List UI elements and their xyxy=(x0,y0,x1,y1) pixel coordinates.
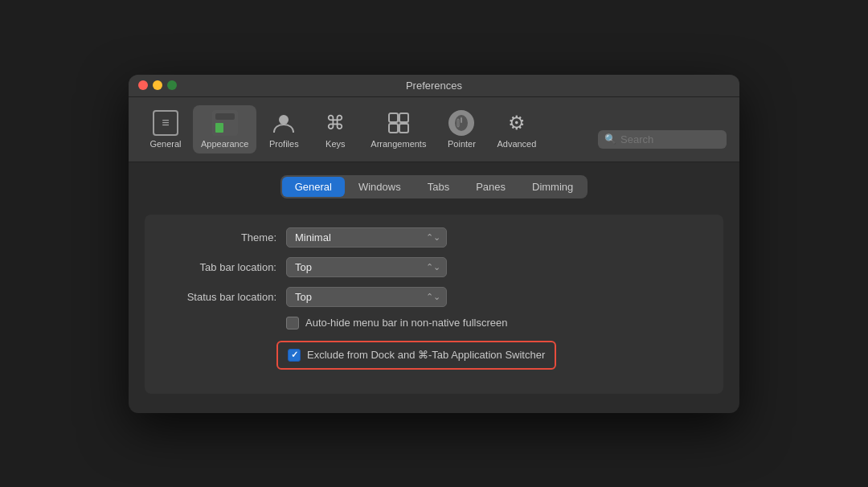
svg-rect-4 xyxy=(399,124,408,133)
window-title: Preferences xyxy=(406,80,462,92)
traffic-lights xyxy=(138,80,177,90)
tab-general[interactable]: General xyxy=(282,177,345,197)
title-bar: Preferences xyxy=(129,75,739,97)
tab-bar-row: Tab bar location: Top Bottom ⌃⌄ xyxy=(164,257,704,277)
search-icon: 🔍 xyxy=(604,133,616,145)
status-bar-row: Status bar location: Top Bottom ⌃⌄ xyxy=(164,287,704,307)
exclude-highlighted-box: Exclude from Dock and ⌘-Tab Application … xyxy=(276,341,556,370)
svg-point-0 xyxy=(279,115,289,125)
settings-area: Theme: Minimal Dark Light ⌃⌄ Tab bar loc… xyxy=(145,215,723,394)
content-area: General Windows Tabs Panes Dimming Theme… xyxy=(129,162,739,413)
toolbar-label-pointer: Pointer xyxy=(448,139,476,149)
theme-row: Theme: Minimal Dark Light ⌃⌄ xyxy=(164,227,704,248)
toolbar-item-keys[interactable]: ⌘ Keys xyxy=(311,105,359,153)
appearance-icon xyxy=(212,110,238,136)
theme-select-wrapper: Minimal Dark Light ⌃⌄ xyxy=(286,227,447,248)
tab-panes[interactable]: Panes xyxy=(463,177,518,197)
autohide-checkbox[interactable] xyxy=(286,317,299,329)
general-icon xyxy=(153,110,178,136)
toolbar-label-advanced: Advanced xyxy=(497,139,536,149)
toolbar-items: General Appearance Profiles xyxy=(141,105,595,153)
exclude-row: Exclude from Dock and ⌘-Tab Application … xyxy=(164,338,704,370)
svg-rect-3 xyxy=(389,124,398,133)
tab-windows[interactable]: Windows xyxy=(346,177,414,197)
status-bar-select-wrapper: Top Bottom ⌃⌄ xyxy=(286,287,447,307)
toolbar-label-profiles: Profiles xyxy=(269,139,299,149)
arrangements-icon xyxy=(386,110,411,136)
pointer-icon xyxy=(448,110,474,136)
svg-rect-2 xyxy=(399,113,408,122)
keys-icon: ⌘ xyxy=(322,110,348,136)
maximize-button[interactable] xyxy=(167,80,177,90)
subtab-bar: General Windows Tabs Panes Dimming xyxy=(280,175,588,198)
toolbar-label-arrangements: Arrangements xyxy=(371,139,426,149)
toolbar-label-appearance: Appearance xyxy=(201,139,248,149)
toolbar-item-pointer[interactable]: Pointer xyxy=(437,105,485,153)
toolbar-item-appearance[interactable]: Appearance xyxy=(193,105,256,153)
preferences-window: Preferences General Appearance xyxy=(129,75,739,413)
profiles-icon xyxy=(271,110,297,136)
search-box[interactable]: 🔍 xyxy=(598,130,727,149)
autohide-label: Auto-hide menu bar in non-native fullscr… xyxy=(305,317,507,329)
minimize-button[interactable] xyxy=(153,80,162,90)
toolbar-item-general[interactable]: General xyxy=(141,105,190,153)
status-bar-label: Status bar location: xyxy=(164,291,276,303)
tab-bar-select[interactable]: Top Bottom xyxy=(286,257,447,277)
exclude-checkbox[interactable] xyxy=(288,349,301,362)
autohide-row: Auto-hide menu bar in non-native fullscr… xyxy=(164,317,704,329)
tab-tabs[interactable]: Tabs xyxy=(415,177,462,197)
svg-rect-1 xyxy=(389,113,398,122)
theme-select[interactable]: Minimal Dark Light xyxy=(286,227,447,248)
exclude-label: Exclude from Dock and ⌘-Tab Application … xyxy=(307,349,545,361)
toolbar-item-arrangements[interactable]: Arrangements xyxy=(362,105,434,153)
subtab-bar-container: General Windows Tabs Panes Dimming xyxy=(145,175,723,198)
toolbar-item-advanced[interactable]: ⚙ Advanced xyxy=(489,105,544,153)
svg-rect-6 xyxy=(461,117,462,123)
toolbar-label-general: General xyxy=(149,139,181,149)
theme-label: Theme: xyxy=(164,231,276,244)
tab-bar-select-wrapper: Top Bottom ⌃⌄ xyxy=(286,257,447,277)
toolbar: General Appearance Profiles xyxy=(129,97,739,162)
toolbar-item-profiles[interactable]: Profiles xyxy=(260,105,308,153)
tab-dimming[interactable]: Dimming xyxy=(519,177,586,197)
status-bar-select[interactable]: Top Bottom xyxy=(286,287,447,307)
advanced-icon: ⚙ xyxy=(504,110,530,136)
tab-bar-label: Tab bar location: xyxy=(164,261,276,273)
search-input[interactable] xyxy=(620,133,720,145)
toolbar-label-keys: Keys xyxy=(326,139,345,149)
close-button[interactable] xyxy=(138,80,148,90)
